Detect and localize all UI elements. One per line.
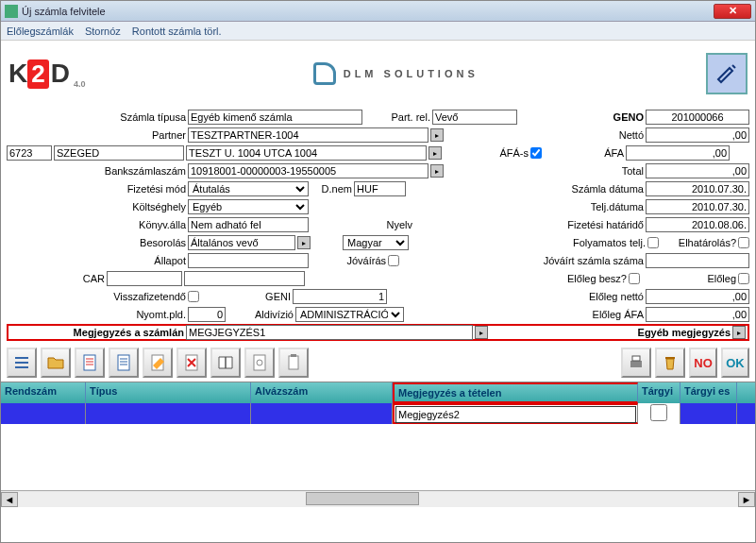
lbl-jovairas: Jóváírás xyxy=(311,255,386,266)
eloleg-checkbox[interactable] xyxy=(738,273,749,284)
bankszamla-lookup[interactable]: ▸ xyxy=(430,164,444,178)
tb-note-button[interactable] xyxy=(244,348,275,378)
col-rendszam[interactable]: Rendszám xyxy=(1,382,86,403)
afa-input[interactable] xyxy=(626,145,730,161)
megjegyzes-input[interactable] xyxy=(186,325,473,340)
besorolas-lookup[interactable]: ▸ xyxy=(297,236,311,249)
grid-header: Rendszám Típus Alvázszám Megjegyzés a té… xyxy=(1,382,755,403)
szamla-tipusa-input[interactable] xyxy=(188,110,362,125)
lbl-visszafiz: Visszafizetendő xyxy=(7,291,186,302)
close-button[interactable]: ✕ xyxy=(714,4,751,19)
egyeb-megj-button[interactable]: ▸ xyxy=(732,326,746,339)
app-icon xyxy=(5,5,18,18)
col-targyi[interactable]: Tárgyi xyxy=(638,382,680,403)
tb-print-button[interactable] xyxy=(621,348,651,378)
col-megjegyzes-tetel[interactable]: Megjegyzés a tételen xyxy=(393,382,638,403)
telj-datuma-input[interactable] xyxy=(646,199,749,214)
lbl-koltseghely: Költséghely xyxy=(7,201,186,212)
visszafiz-checkbox[interactable] xyxy=(188,291,199,302)
part-rel-input[interactable] xyxy=(432,110,517,125)
scroll-right-button[interactable]: ► xyxy=(738,492,755,507)
fiz-hatarido-input[interactable] xyxy=(646,217,749,232)
cim-input[interactable] xyxy=(186,145,427,161)
eloleg-besz-checkbox[interactable] xyxy=(629,273,640,284)
geni-input[interactable] xyxy=(293,289,387,304)
tb-x-button[interactable] xyxy=(176,348,207,378)
geno-input[interactable] xyxy=(646,110,749,125)
k2d-logo: K2D 4.0 xyxy=(8,59,85,89)
lbl-aldivizio: Aldivízió xyxy=(227,309,294,320)
car-input[interactable] xyxy=(107,271,182,286)
nyelv-select[interactable]: Magyar xyxy=(343,235,409,250)
irsz-input[interactable] xyxy=(7,145,52,161)
megjegyzes-row-highlight: Megjegyzés a számlán ▸ Egyéb megjegyzés … xyxy=(7,324,749,341)
svg-rect-1 xyxy=(15,362,28,364)
lbl-eloleg: Előleg xyxy=(642,273,736,284)
edit-big-button[interactable] xyxy=(706,53,748,94)
besorolas-input[interactable] xyxy=(188,235,295,250)
toolbar: NO OK xyxy=(1,344,755,382)
tb-folder-button[interactable] xyxy=(41,348,71,378)
svg-rect-9 xyxy=(289,356,298,369)
lbl-eloleg-besz: Előleg besz? xyxy=(334,273,627,284)
tb-trash-button[interactable] xyxy=(655,348,685,378)
col-targyi-es[interactable]: Tárgyi es xyxy=(680,382,737,403)
varos-input[interactable] xyxy=(54,145,184,161)
scroll-left-button[interactable]: ◄ xyxy=(1,492,18,507)
partner-lookup-button[interactable]: ▸ xyxy=(430,128,444,142)
grid: Rendszám Típus Alvázszám Megjegyzés a té… xyxy=(1,382,755,507)
col-tipus[interactable]: Típus xyxy=(86,382,251,403)
lbl-eloleg-afa: Előleg ÁFA xyxy=(427,309,644,320)
car2-input[interactable] xyxy=(184,271,305,286)
lbl-bankszamla: Bankszámlaszám xyxy=(7,165,186,177)
col-alvazszam[interactable]: Alvázszám xyxy=(251,382,393,403)
netto-input[interactable] xyxy=(646,127,749,143)
szamla-datuma-input[interactable] xyxy=(646,181,749,196)
tb-clip-button[interactable] xyxy=(278,348,309,378)
tb-doc2-button[interactable] xyxy=(109,348,139,378)
tb-edit-button[interactable] xyxy=(143,348,173,378)
no-button[interactable]: NO xyxy=(689,348,717,378)
partner-input[interactable] xyxy=(188,127,428,143)
grid-body xyxy=(1,424,755,490)
row-megjegyzes-input[interactable] xyxy=(395,406,636,423)
grid-row[interactable] xyxy=(1,403,755,424)
scroll-thumb[interactable] xyxy=(306,492,419,505)
lbl-geni: GENI xyxy=(201,291,291,302)
menu-rontott[interactable]: Rontott számla törl. xyxy=(132,25,222,37)
tb-book-button[interactable] xyxy=(210,348,241,378)
lbl-besorolas: Besorolás xyxy=(7,237,186,248)
window-title: Új számla felvitele xyxy=(22,6,714,17)
afas-checkbox[interactable] xyxy=(530,147,542,159)
dnem-input[interactable] xyxy=(354,181,406,196)
lbl-elhatarolas: Elhatárolás? xyxy=(661,237,736,248)
logo-bar: K2D 4.0 DLM SOLUTIONS xyxy=(1,41,755,107)
row-targyi-checkbox[interactable] xyxy=(639,404,679,421)
megjegyzes-lookup[interactable]: ▸ xyxy=(475,326,488,339)
aldivizio-select[interactable]: ADMINISZTRÁCIÓ xyxy=(295,307,404,322)
lbl-eloleg-netto: Előleg nettó xyxy=(408,291,644,302)
eloleg-afa-input[interactable] xyxy=(646,307,749,322)
tb-doc1-button[interactable] xyxy=(75,348,105,378)
tb-list-button[interactable] xyxy=(7,348,37,378)
scroll-track[interactable] xyxy=(18,492,738,507)
hscroll[interactable]: ◄ ► xyxy=(1,490,755,507)
cim-lookup-button[interactable]: ▸ xyxy=(428,146,442,160)
folyamatos-checkbox[interactable] xyxy=(647,237,659,248)
nyomt-pld-input[interactable] xyxy=(188,307,226,322)
eloleg-netto-input[interactable] xyxy=(646,289,749,304)
konyv-alla-input[interactable] xyxy=(188,217,309,232)
jovairas-checkbox[interactable] xyxy=(388,255,399,266)
allapot-input xyxy=(188,253,309,268)
koltseghely-select[interactable]: Egyéb xyxy=(188,199,309,214)
svg-rect-2 xyxy=(15,366,28,368)
elhatarolas-checkbox[interactable] xyxy=(738,237,749,248)
jovairt-szamla-input[interactable] xyxy=(646,253,749,268)
menu-stornoz[interactable]: Stornóz xyxy=(85,25,121,37)
ok-button[interactable]: OK xyxy=(721,348,749,378)
total-input[interactable] xyxy=(646,163,749,178)
svg-rect-11 xyxy=(630,361,642,367)
fizmod-select[interactable]: Átutalás xyxy=(188,181,309,196)
menu-elolegszamlak[interactable]: Előlegszámlák xyxy=(7,25,74,37)
bankszamla-input[interactable] xyxy=(188,163,428,178)
